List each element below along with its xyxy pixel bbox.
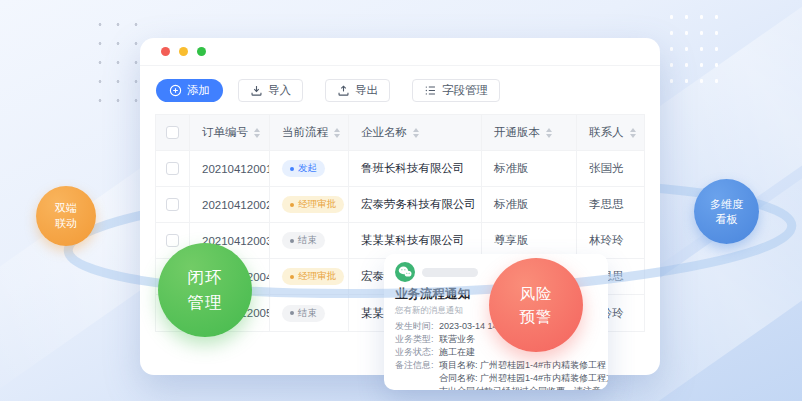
header-company[interactable]: 企业名称 [349, 115, 482, 151]
header-company-label: 企业名称 [361, 125, 407, 140]
add-button[interactable]: 添加 [156, 79, 223, 102]
status-badge: 经理审批 [282, 268, 344, 285]
checkbox-cell [156, 187, 190, 223]
sort-icon [630, 128, 636, 138]
table-header-row: 订单编号 当前流程 企业名称 开通版本 联系人 [156, 115, 644, 151]
contact-cell: 张国光 [577, 151, 644, 187]
process-cell: 经理审批 [270, 187, 349, 223]
status-badge: 结束 [282, 305, 325, 322]
field-management-button[interactable]: 字段管理 [412, 79, 500, 102]
list-icon [424, 84, 437, 97]
export-button-label: 导出 [355, 83, 378, 98]
checkbox-cell [156, 151, 190, 187]
select-all-cell [156, 115, 190, 151]
toolbar: 添加 导入 导出 字段管理 [140, 66, 660, 114]
sort-icon [546, 128, 552, 138]
select-all-checkbox[interactable] [166, 126, 179, 139]
process-cell: 结束 [270, 223, 349, 259]
export-icon [337, 84, 350, 97]
field-management-button-label: 字段管理 [442, 83, 488, 98]
field-label: 备注信息: [395, 359, 439, 390]
version-cell: 标准版 [482, 187, 577, 223]
process-cell: 发起 [270, 151, 349, 187]
feature-bubble-closed-loop: 闭环 管理 [158, 243, 252, 337]
sender-placeholder [422, 268, 478, 277]
sort-icon [334, 128, 340, 138]
process-cell: 结束 [270, 295, 349, 331]
header-contact[interactable]: 联系人 [577, 115, 644, 151]
status-badge: 结束 [282, 232, 325, 249]
import-button[interactable]: 导入 [238, 79, 303, 102]
header-contact-label: 联系人 [589, 125, 624, 140]
header-version[interactable]: 开通版本 [482, 115, 577, 151]
table-row: 20210412002 经理审批 宏泰劳务科技有限公司 标准版 李思思 [156, 187, 644, 223]
field-value: 施工在建 [439, 346, 475, 359]
status-badge: 经理审批 [282, 196, 344, 213]
field-label: 业务状态: [395, 346, 439, 359]
process-cell: 经理审批 [270, 259, 349, 295]
row-checkbox[interactable] [166, 234, 179, 247]
header-version-label: 开通版本 [494, 125, 540, 140]
order-cell: 20210412001 [190, 151, 270, 187]
window-titlebar [140, 38, 660, 66]
remark-line: 支出合同付款已经超过合同收票，请注意！！！ [439, 385, 608, 390]
dot-grid-decoration [664, 9, 730, 93]
sort-icon [254, 128, 260, 138]
window-minimize-button[interactable] [179, 47, 188, 56]
dot-grid-decoration [91, 15, 139, 111]
row-checkbox[interactable] [166, 162, 179, 175]
import-icon [250, 84, 263, 97]
remark-line: 合同名称: 广州碧桂园1-4#市内精装修工程龙骨采购合同 [439, 372, 608, 385]
remark-line: 项目名称: 广州碧桂园1-4#市内精装修工程 [439, 359, 608, 372]
row-checkbox[interactable] [166, 198, 179, 211]
header-order-label: 订单编号 [202, 125, 248, 140]
feature-bubble-dashboard: 多维度 看板 [694, 179, 759, 244]
add-button-label: 添加 [187, 83, 210, 98]
header-order[interactable]: 订单编号 [190, 115, 270, 151]
table-row: 20210412001 发起 鲁班长科技有限公司 标准版 张国光 [156, 151, 644, 187]
field-value: 联营业务 [439, 333, 475, 346]
wechat-icon [395, 262, 415, 282]
field-value: 项目名称: 广州碧桂园1-4#市内精装修工程 合同名称: 广州碧桂园1-4#市内… [439, 359, 608, 390]
company-cell: 宏泰劳务科技有限公司 [349, 187, 482, 223]
contact-cell: 李思思 [577, 187, 644, 223]
window-maximize-button[interactable] [197, 47, 206, 56]
field-label: 业务类型: [395, 333, 439, 346]
sort-icon [413, 128, 419, 138]
export-button[interactable]: 导出 [325, 79, 390, 102]
field-label: 发生时间: [395, 320, 439, 333]
status-badge: 发起 [282, 160, 325, 177]
scene: 添加 导入 导出 字段管理 订单编号 当前流程 企业名称 开通版本 [0, 0, 802, 401]
feature-bubble-dual-link: 双端 联动 [36, 186, 96, 246]
version-cell: 标准版 [482, 151, 577, 187]
header-process-label: 当前流程 [282, 125, 328, 140]
import-button-label: 导入 [268, 83, 291, 98]
header-process[interactable]: 当前流程 [270, 115, 349, 151]
company-cell: 鲁班长科技有限公司 [349, 151, 482, 187]
plus-circle-icon [169, 84, 182, 97]
feature-bubble-risk-alert: 风险 预警 [489, 258, 583, 352]
window-close-button[interactable] [161, 47, 170, 56]
order-cell: 20210412002 [190, 187, 270, 223]
